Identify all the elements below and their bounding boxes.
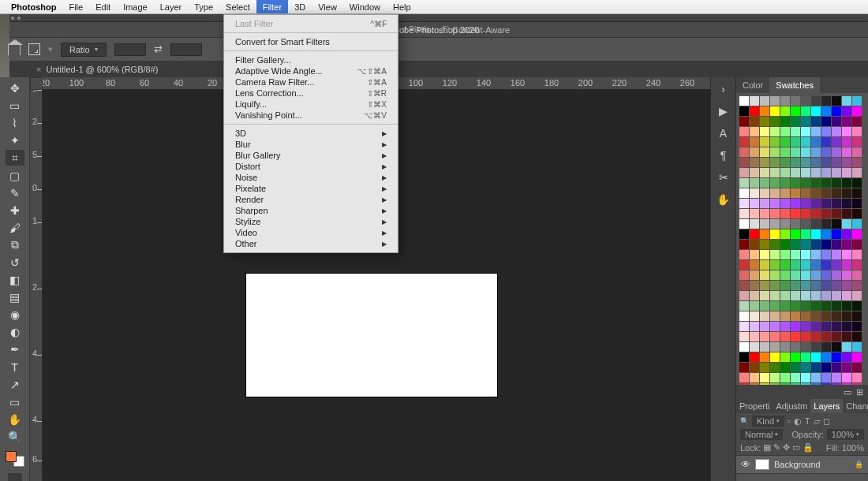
swatch[interactable] (791, 96, 800, 106)
swatch[interactable] (811, 352, 821, 362)
menuitem[interactable]: Video▶ (224, 227, 398, 238)
swatch[interactable] (801, 229, 810, 239)
swatch[interactable] (842, 363, 851, 372)
menu-filter[interactable]: Filter (256, 0, 288, 13)
swatch[interactable] (842, 281, 851, 290)
swatch[interactable] (811, 270, 821, 280)
swatch[interactable] (832, 363, 841, 372)
swatch[interactable] (760, 281, 769, 290)
swatch[interactable] (832, 270, 841, 280)
menuitem[interactable]: Other▶ (224, 238, 398, 249)
swatch[interactable] (801, 332, 810, 341)
swatch[interactable] (791, 209, 800, 218)
swatch[interactable] (811, 301, 821, 311)
swatch[interactable] (821, 137, 831, 147)
swatch[interactable] (821, 270, 831, 280)
swatch[interactable] (842, 188, 851, 198)
menuitem[interactable]: Convert for Smart Filters (224, 36, 398, 47)
swatch[interactable] (780, 117, 790, 126)
swatch[interactable] (780, 240, 790, 249)
swatch[interactable] (770, 219, 780, 229)
swatch[interactable] (842, 229, 851, 239)
swatch[interactable] (780, 178, 790, 188)
swatch[interactable] (760, 270, 769, 280)
swatch[interactable] (842, 240, 851, 249)
swatch[interactable] (811, 117, 821, 126)
swatch[interactable] (780, 127, 790, 136)
swatch[interactable] (852, 363, 862, 372)
menuitem[interactable]: Noise▶ (224, 172, 398, 183)
swatch[interactable] (852, 229, 862, 239)
swatch[interactable] (852, 291, 862, 300)
filter-pixel-icon[interactable]: ▫ (788, 416, 791, 426)
swatch[interactable] (780, 301, 790, 311)
swatch[interactable] (791, 199, 800, 208)
swatch[interactable] (801, 322, 810, 331)
menuitem[interactable]: Vanishing Point...⌥⌘V (224, 110, 398, 121)
swatch[interactable] (832, 219, 841, 229)
swatch[interactable] (801, 281, 810, 290)
option-content-aware[interactable]: Content-Aware (442, 25, 510, 35)
swatch[interactable] (780, 158, 790, 167)
eraser-tool[interactable]: ◧ (6, 272, 24, 288)
swatch[interactable] (852, 332, 862, 341)
menu-help[interactable]: Help (387, 0, 417, 13)
swatch[interactable] (770, 199, 780, 208)
menu-layer[interactable]: Layer (154, 0, 189, 13)
swatch[interactable] (811, 199, 821, 208)
swatch[interactable] (780, 281, 790, 290)
fg-bg-swatch[interactable] (6, 451, 24, 467)
swatch[interactable] (832, 332, 841, 341)
swatch[interactable] (832, 199, 841, 208)
swatch[interactable] (770, 332, 780, 341)
swatch[interactable] (739, 311, 749, 321)
swatch[interactable] (760, 342, 769, 352)
history-tool[interactable]: ↺ (6, 255, 24, 270)
swatch[interactable] (832, 117, 841, 126)
swatch[interactable] (852, 373, 862, 382)
swatch[interactable] (832, 250, 841, 259)
blur-tool[interactable]: ◉ (6, 307, 24, 323)
swatch[interactable] (832, 229, 841, 239)
menu-select[interactable]: Select (219, 0, 256, 13)
swatch[interactable] (750, 311, 759, 321)
swatch[interactable] (739, 106, 749, 116)
ratio-h-input[interactable] (170, 43, 202, 56)
swatch[interactable] (821, 158, 831, 167)
swatch[interactable] (760, 291, 769, 300)
swatch[interactable] (791, 147, 800, 157)
swatch[interactable] (811, 260, 821, 270)
swatch[interactable] (832, 240, 841, 249)
swatch[interactable] (821, 188, 831, 198)
gradient-tool[interactable]: ▤ (6, 289, 24, 305)
swatch[interactable] (852, 322, 862, 331)
lock-nest-icon[interactable]: ▭ (792, 442, 800, 453)
swatch[interactable] (791, 270, 800, 280)
swatch[interactable] (801, 291, 810, 300)
swatch[interactable] (852, 311, 862, 321)
lock-all-icon[interactable]: 🔒 (803, 442, 814, 453)
swatch[interactable] (739, 147, 749, 157)
swatch[interactable] (770, 96, 780, 106)
swatch[interactable] (739, 117, 749, 126)
swatch[interactable] (739, 281, 749, 290)
filter-type-icon[interactable]: T (805, 416, 810, 426)
swatch[interactable] (811, 178, 821, 188)
swatch[interactable] (811, 219, 821, 229)
swatch[interactable] (750, 260, 759, 270)
blend-mode-dropdown[interactable]: Normal (740, 429, 783, 440)
swatch[interactable] (832, 281, 841, 290)
swatch[interactable] (770, 158, 780, 167)
swatch[interactable] (750, 229, 759, 239)
swatch[interactable] (801, 158, 810, 167)
swatch[interactable] (750, 106, 759, 116)
swatch[interactable] (770, 117, 780, 126)
swatch[interactable] (811, 147, 821, 157)
swatch[interactable] (791, 352, 800, 362)
swatch[interactable] (739, 332, 749, 341)
swatch[interactable] (791, 240, 800, 249)
swatch[interactable] (750, 219, 759, 229)
swatch[interactable] (842, 137, 851, 147)
fill-input[interactable]: 100% (842, 443, 864, 453)
swatch[interactable] (842, 332, 851, 341)
